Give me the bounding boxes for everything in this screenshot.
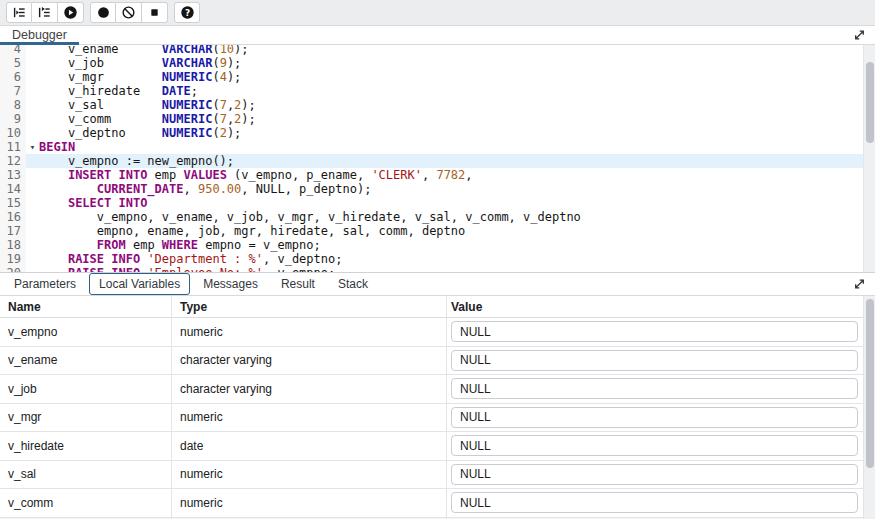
debugger-toolbar: ? bbox=[0, 0, 875, 26]
editor-expand-button[interactable] bbox=[853, 29, 866, 42]
line-number[interactable]: 14 bbox=[0, 182, 26, 196]
tab-messages[interactable]: Messages bbox=[193, 273, 268, 295]
code-text: v_comm NUMERIC(7,2); bbox=[39, 112, 875, 126]
editor-scrollbar-thumb[interactable] bbox=[866, 62, 874, 143]
code-line-4[interactable]: 4 v_ename VARCHAR(10); bbox=[0, 45, 875, 56]
line-number[interactable]: 6 bbox=[0, 70, 26, 84]
var-name-cell: v_mgr bbox=[0, 404, 172, 432]
code-text: BEGIN bbox=[39, 140, 875, 154]
breakpoint-circle-icon bbox=[96, 5, 111, 20]
table-header-row: NameTypeValue bbox=[0, 296, 875, 318]
tab-parameters[interactable]: Parameters bbox=[4, 273, 86, 295]
code-text: FROM emp WHERE empno = v_empno; bbox=[39, 238, 875, 252]
code-line-6[interactable]: 6 v_mgr NUMERIC(4); bbox=[0, 70, 875, 84]
table-row: v_hiredatedate bbox=[0, 432, 875, 461]
line-number[interactable]: 17 bbox=[0, 224, 26, 238]
editor-scrollbar-track[interactable] bbox=[863, 45, 875, 272]
stop-button[interactable] bbox=[142, 2, 168, 23]
var-value-cell bbox=[447, 347, 862, 375]
tab-local-variables[interactable]: Local Variables bbox=[89, 273, 190, 295]
code-text: RAISE INFO 'Department : %', v_deptno; bbox=[39, 252, 875, 266]
panel-tabbar: ParametersLocal VariablesMessagesResultS… bbox=[0, 272, 875, 296]
code-text: empno, ename, job, mgr, hiredate, sal, c… bbox=[39, 224, 875, 238]
panel-expand-button[interactable] bbox=[853, 278, 866, 291]
table-row: v_enamecharacter varying bbox=[0, 347, 875, 376]
value-input[interactable] bbox=[451, 350, 858, 371]
var-type-cell: numeric bbox=[172, 489, 447, 517]
value-input[interactable] bbox=[451, 492, 858, 513]
line-number[interactable]: 12 bbox=[0, 154, 26, 168]
table-scrollbar-thumb[interactable] bbox=[866, 299, 874, 468]
line-number[interactable]: 11 bbox=[0, 140, 26, 154]
step-into-button[interactable] bbox=[6, 2, 32, 23]
fold-marker-icon[interactable]: ▾ bbox=[26, 140, 39, 154]
line-number[interactable]: 8 bbox=[0, 98, 26, 112]
expand-icon bbox=[853, 29, 866, 42]
code-line-12[interactable]: 12 v_empno := new_empno(); bbox=[0, 154, 875, 168]
var-value-cell bbox=[447, 404, 862, 432]
step-over-icon bbox=[37, 5, 52, 20]
var-type-cell: numeric bbox=[172, 404, 447, 432]
value-input[interactable] bbox=[451, 321, 858, 342]
line-number[interactable]: 7 bbox=[0, 84, 26, 98]
continue-button[interactable] bbox=[58, 2, 84, 23]
line-number[interactable]: 13 bbox=[0, 168, 26, 182]
value-input[interactable] bbox=[451, 407, 858, 428]
column-header-value[interactable]: Value bbox=[447, 296, 862, 317]
value-input[interactable] bbox=[451, 464, 858, 485]
var-type-cell: numeric bbox=[172, 318, 447, 346]
code-editor[interactable]: 4 v_ename VARCHAR(10);5 v_job VARCHAR(9)… bbox=[0, 45, 875, 272]
var-type-cell: numeric bbox=[172, 461, 447, 489]
code-line-15[interactable]: 15 SELECT INTO bbox=[0, 196, 875, 210]
line-number[interactable]: 5 bbox=[0, 56, 26, 70]
code-line-18[interactable]: 18 FROM emp WHERE empno = v_empno; bbox=[0, 238, 875, 252]
line-number[interactable]: 18 bbox=[0, 238, 26, 252]
svg-text:?: ? bbox=[184, 8, 189, 18]
code-line-5[interactable]: 5 v_job VARCHAR(9); bbox=[0, 56, 875, 70]
value-input[interactable] bbox=[451, 435, 858, 456]
line-number[interactable]: 9 bbox=[0, 112, 26, 126]
tab-stack[interactable]: Stack bbox=[328, 273, 378, 295]
code-text: v_empno, v_ename, v_job, v_mgr, v_hireda… bbox=[39, 210, 875, 224]
code-line-16[interactable]: 16 v_empno, v_ename, v_job, v_mgr, v_hir… bbox=[0, 210, 875, 224]
fold-gutter bbox=[26, 45, 39, 56]
line-number[interactable]: 16 bbox=[0, 210, 26, 224]
step-over-button[interactable] bbox=[32, 2, 58, 23]
table-body: NameTypeValuev_empnonumericv_enamecharac… bbox=[0, 296, 875, 519]
code-line-11[interactable]: 11▾BEGIN bbox=[0, 140, 875, 154]
table-row: v_salnumeric bbox=[0, 461, 875, 490]
code-line-14[interactable]: 14 CURRENT_DATE, 950.00, NULL, p_deptno)… bbox=[0, 182, 875, 196]
code-line-13[interactable]: 13 INSERT INTO emp VALUES (v_empno, p_en… bbox=[0, 168, 875, 182]
code-line-19[interactable]: 19 RAISE INFO 'Department : %', v_deptno… bbox=[0, 252, 875, 266]
code-text: v_empno := new_empno(); bbox=[39, 154, 875, 168]
value-input[interactable] bbox=[451, 378, 858, 399]
var-value-cell bbox=[447, 461, 862, 489]
code-line-7[interactable]: 7 v_hiredate DATE; bbox=[0, 84, 875, 98]
help-circle-icon: ? bbox=[180, 5, 195, 20]
column-header-name[interactable]: Name bbox=[0, 296, 172, 317]
no-breakpoint-icon bbox=[121, 5, 136, 20]
column-header-type[interactable]: Type bbox=[172, 296, 447, 317]
line-number[interactable]: 10 bbox=[0, 126, 26, 140]
fold-gutter bbox=[26, 154, 39, 168]
line-number[interactable]: 4 bbox=[0, 45, 26, 56]
code-line-17[interactable]: 17 empno, ename, job, mgr, hiredate, sal… bbox=[0, 224, 875, 238]
toggle-breakpoint-button[interactable] bbox=[90, 2, 116, 23]
tab-result[interactable]: Result bbox=[271, 273, 325, 295]
code-text: v_job VARCHAR(9); bbox=[39, 56, 875, 70]
table-scrollbar-track[interactable] bbox=[863, 296, 875, 519]
clear-all-breakpoints-button[interactable] bbox=[116, 2, 142, 23]
var-name-cell: v_ename bbox=[0, 347, 172, 375]
code-line-8[interactable]: 8 v_sal NUMERIC(7,2); bbox=[0, 98, 875, 112]
step-into-icon bbox=[12, 5, 27, 20]
fold-gutter bbox=[26, 112, 39, 126]
tab-debugger[interactable]: Debugger bbox=[0, 26, 79, 44]
help-button[interactable]: ? bbox=[174, 2, 200, 23]
line-number[interactable]: 19 bbox=[0, 252, 26, 266]
tab-debugger-label: Debugger bbox=[12, 28, 67, 42]
var-value-cell bbox=[447, 432, 862, 460]
code-line-9[interactable]: 9 v_comm NUMERIC(7,2); bbox=[0, 112, 875, 126]
fold-gutter bbox=[26, 196, 39, 210]
code-line-10[interactable]: 10 v_deptno NUMERIC(2); bbox=[0, 126, 875, 140]
line-number[interactable]: 15 bbox=[0, 196, 26, 210]
